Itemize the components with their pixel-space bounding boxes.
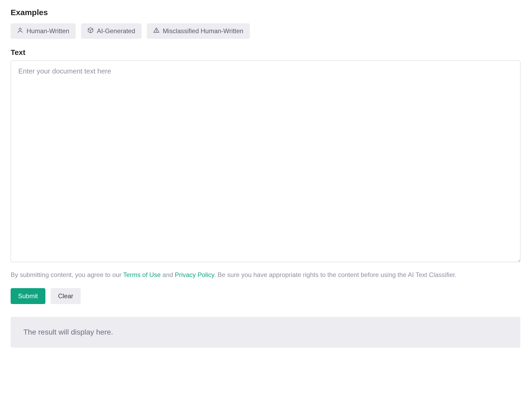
consent-text: By submitting content, you agree to our …	[11, 270, 520, 280]
terms-of-use-link[interactable]: Terms of Use	[123, 271, 161, 278]
example-ai-generated-button[interactable]: AI-Generated	[81, 23, 142, 39]
document-text-input[interactable]	[11, 60, 520, 262]
consent-mid: and	[161, 271, 175, 278]
svg-point-0	[19, 28, 21, 30]
examples-heading: Examples	[11, 8, 520, 17]
cube-icon	[87, 27, 94, 35]
warning-icon	[153, 27, 160, 35]
example-human-written-button[interactable]: Human-Written	[11, 23, 76, 39]
main-container: Examples Human-Written AI-Generated	[11, 8, 520, 348]
person-icon	[17, 27, 23, 35]
example-label: Misclassified Human-Written	[163, 27, 243, 35]
privacy-policy-link[interactable]: Privacy Policy	[175, 271, 214, 278]
example-buttons-row: Human-Written AI-Generated Misclassi	[11, 23, 520, 39]
example-label: Human-Written	[27, 27, 69, 35]
clear-button[interactable]: Clear	[51, 288, 81, 304]
svg-point-2	[156, 32, 157, 32]
action-buttons-row: Submit Clear	[11, 288, 520, 304]
result-placeholder-text: The result will display here.	[23, 328, 113, 336]
example-misclassified-button[interactable]: Misclassified Human-Written	[147, 23, 250, 39]
consent-prefix: By submitting content, you agree to our	[11, 271, 123, 278]
submit-button[interactable]: Submit	[11, 288, 45, 304]
example-label: AI-Generated	[97, 27, 135, 35]
consent-suffix: . Be sure you have appropriate rights to…	[214, 271, 456, 278]
result-box: The result will display here.	[11, 317, 520, 348]
text-label: Text	[11, 48, 520, 57]
